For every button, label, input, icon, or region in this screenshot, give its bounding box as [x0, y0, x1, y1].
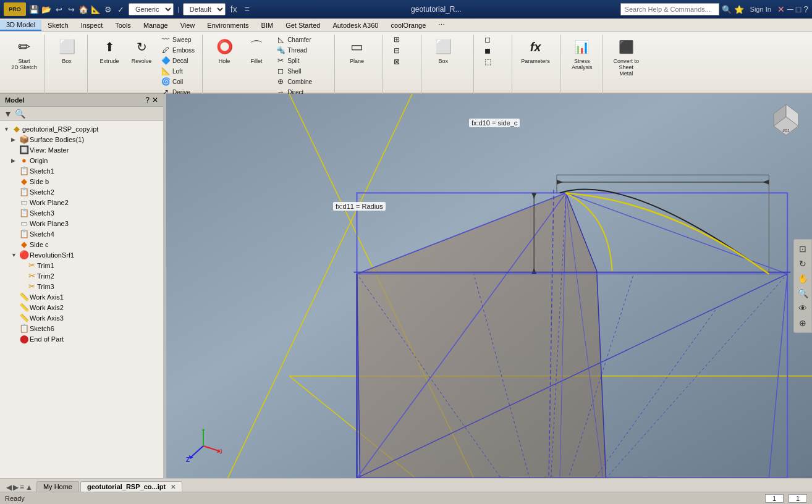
- fillet-btn[interactable]: ⌒ Fillet: [241, 35, 272, 65]
- model-search-icon[interactable]: 🔍: [15, 109, 25, 119]
- search-input[interactable]: [620, 3, 719, 15]
- emboss-btn[interactable]: 🖊Emboss: [158, 45, 197, 55]
- checkmark-icon[interactable]: ✓: [115, 4, 126, 15]
- menu-more[interactable]: ⋯: [432, 20, 451, 30]
- measure-icon[interactable]: 📐: [90, 4, 101, 15]
- nav-look[interactable]: 👁: [796, 301, 810, 315]
- search-icon[interactable]: 🔍: [722, 5, 732, 14]
- menu-inspect[interactable]: Inspect: [75, 20, 109, 30]
- nav-zoom-extents[interactable]: ⊡: [796, 242, 810, 256]
- tree-item-sketch3[interactable]: 📋 Sketch3: [0, 208, 163, 218]
- default-dropdown[interactable]: Default: [183, 3, 226, 15]
- hole-btn[interactable]: ⭕ Hole: [209, 35, 240, 65]
- model-panel-help-icon[interactable]: ?: [145, 96, 150, 104]
- tree-item-side-c[interactable]: ◆ Side c: [0, 239, 163, 250]
- coil-btn[interactable]: 🌀Coil: [158, 77, 197, 86]
- signin-btn[interactable]: Sign In: [746, 6, 775, 13]
- home-icon[interactable]: 🏠: [78, 4, 89, 15]
- tree-item-sketch6[interactable]: 📋 Sketch6: [0, 323, 163, 334]
- sweep-btn[interactable]: 〰Sweep: [158, 35, 197, 44]
- tree-item-view-master[interactable]: 🔲 View: Master: [0, 145, 163, 155]
- help-icon[interactable]: ?: [803, 4, 808, 14]
- convert-sheet-metal-btn[interactable]: ⬛ Convert toSheet Metal: [609, 35, 643, 78]
- pattern2-btn[interactable]: ⊟: [389, 46, 404, 56]
- generic-dropdown[interactable]: Generic: [129, 3, 174, 15]
- shell-btn[interactable]: ◻Shell: [273, 66, 329, 76]
- nav-zoom[interactable]: 🔍: [796, 287, 810, 300]
- tree-item-trim2[interactable]: ✂ Trim2: [0, 271, 163, 281]
- menu-manage[interactable]: Manage: [137, 20, 174, 30]
- plane-btn[interactable]: ▭ Plane: [341, 35, 372, 65]
- combine-btn[interactable]: ⊕Combine: [273, 77, 329, 86]
- tree-item-origin[interactable]: ▶ ● Origin: [0, 155, 163, 166]
- tree-item-sketch1[interactable]: 📋 Sketch1: [0, 166, 163, 176]
- open-icon[interactable]: 📂: [41, 4, 52, 15]
- tree-item-root[interactable]: ▼ ◆ geotutorial_RSP_copy.ipt: [0, 124, 163, 134]
- model-panel-actions: ? ✕: [145, 96, 158, 104]
- tab-my-home[interactable]: My Home: [36, 481, 79, 492]
- surface3-btn[interactable]: ⬚: [480, 57, 495, 67]
- menu-environments[interactable]: Environments: [201, 20, 255, 30]
- thread-btn[interactable]: 🔩Thread: [273, 45, 329, 55]
- model-filter-icon[interactable]: ▼: [4, 109, 12, 119]
- view-cube[interactable]: #01: [768, 101, 805, 138]
- menu-sketch[interactable]: Sketch: [41, 20, 75, 30]
- loft-btn[interactable]: 📐Loft: [158, 66, 197, 76]
- minimize-icon[interactable]: ─: [787, 4, 793, 14]
- tree-item-end-of-part[interactable]: ⬤ End of Part: [0, 334, 163, 344]
- equals-icon[interactable]: =: [242, 4, 252, 14]
- maximize-icon[interactable]: □: [796, 4, 801, 14]
- parameters-icon: fx: [525, 36, 547, 58]
- tree-item-trim1[interactable]: ✂ Trim1: [0, 260, 163, 271]
- tree-item-revolution-srf1[interactable]: ▼ 🔴 RevolutionSrf1: [0, 250, 163, 260]
- tree-item-work-plane3[interactable]: ▭ Work Plane3: [0, 218, 163, 229]
- menu-view[interactable]: View: [174, 20, 201, 30]
- tab-list-icon[interactable]: ≡: [20, 483, 24, 492]
- start-2d-sketch-btn[interactable]: ✏ Start2D Sketch: [9, 35, 40, 72]
- menu-autodeskA360[interactable]: Autodesk A360: [326, 20, 384, 30]
- freeform-box-btn[interactable]: ⬜ Box: [428, 35, 459, 65]
- surface2-btn[interactable]: ◼: [480, 46, 495, 56]
- nav-rotate[interactable]: ↻: [796, 257, 810, 271]
- menu-bim[interactable]: BIM: [255, 20, 280, 30]
- nav-pan[interactable]: ✋: [796, 272, 810, 285]
- left-panel: Model ? ✕ ▼ 🔍 ▼ ◆ geotutorial_RSP_copy.i…: [0, 94, 164, 478]
- menu-tools[interactable]: Tools: [109, 20, 137, 30]
- tree-item-sketch4[interactable]: 📋 Sketch4: [0, 229, 163, 239]
- tab-scroll-left-icon[interactable]: ◀: [6, 483, 12, 492]
- tree-item-trim3[interactable]: ✂ Trim3: [0, 281, 163, 292]
- tab-scroll-right-icon[interactable]: ▶: [13, 483, 19, 492]
- settings-icon[interactable]: ⚙: [103, 4, 114, 15]
- tree-item-work-axis1[interactable]: 📏 Work Axis1: [0, 292, 163, 302]
- decal-btn[interactable]: 🔷Decal: [158, 56, 197, 65]
- menu-getstarted[interactable]: Get Started: [279, 20, 326, 30]
- box-btn[interactable]: ⬜ Box: [51, 35, 82, 65]
- tab-geotutorial[interactable]: geotutorial_RSP_co...ipt ✕: [80, 481, 182, 492]
- menu-coolorange[interactable]: coolOrange: [384, 20, 432, 30]
- fx-icon[interactable]: fx: [228, 4, 240, 14]
- pattern1-btn[interactable]: ⊞: [389, 35, 404, 44]
- tree-item-work-axis2[interactable]: 📏 Work Axis2: [0, 302, 163, 313]
- tab-expand-icon[interactable]: ▲: [25, 483, 33, 492]
- nav-orbit[interactable]: ⊕: [796, 316, 810, 330]
- viewport[interactable]: fx:d10 = side_c fx:d11 = Radius #01 ⊡ ↻ …: [166, 94, 812, 478]
- favorites-icon[interactable]: ⭐: [734, 5, 744, 14]
- model-panel-close-icon[interactable]: ✕: [152, 96, 158, 104]
- tab-geotutorial-close[interactable]: ✕: [171, 484, 176, 490]
- menu-3dmodel[interactable]: 3D Model: [0, 20, 41, 31]
- close-icon[interactable]: ✕: [777, 4, 785, 14]
- tree-item-work-axis3[interactable]: 📏 Work Axis3: [0, 313, 163, 323]
- chamfer-btn[interactable]: ◺Chamfer: [273, 35, 329, 44]
- undo-icon[interactable]: ↩: [53, 4, 64, 15]
- tree-item-side-b[interactable]: ◆ Side b: [0, 176, 163, 187]
- surface1-btn[interactable]: ◻: [480, 35, 495, 44]
- stress-analysis-btn[interactable]: 📊 StressAnalysis: [567, 35, 598, 72]
- tree-item-sketch2[interactable]: 📋 Sketch2: [0, 187, 163, 197]
- tree-item-work-plane2[interactable]: ▭ Work Plane2: [0, 197, 163, 208]
- redo-icon[interactable]: ↪: [66, 4, 77, 15]
- save-icon[interactable]: 💾: [28, 4, 40, 15]
- parameters-btn[interactable]: fx Parameters: [518, 35, 552, 65]
- split-btn[interactable]: ✂Split: [273, 56, 329, 65]
- tree-item-surface-bodies[interactable]: ▶ 📦 Surface Bodies(1): [0, 134, 163, 145]
- pattern3-btn[interactable]: ⊠: [389, 57, 404, 67]
